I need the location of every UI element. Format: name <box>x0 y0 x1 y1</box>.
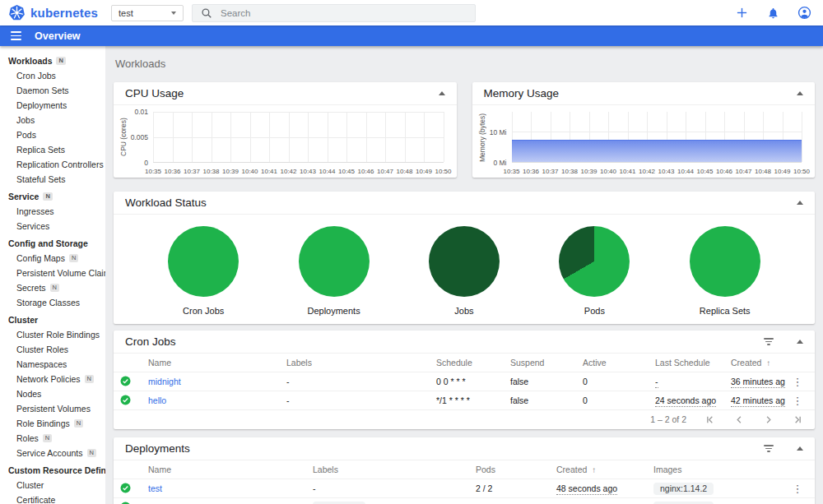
kebab-menu-icon[interactable]: ⋮ <box>792 483 803 495</box>
x-tick-label: 10:43 <box>658 168 674 175</box>
sidebar-item-config-maps[interactable]: Config MapsN <box>0 251 105 266</box>
pie-label: Cron Jobs <box>183 306 224 316</box>
sidebar-item-replica-sets[interactable]: Replica Sets <box>0 142 105 157</box>
column-header-pods[interactable]: Pods <box>469 460 550 479</box>
collapse-icon[interactable] <box>439 91 445 95</box>
cell-images: nginx:1.14.2 <box>647 479 785 498</box>
filter-icon[interactable] <box>762 336 775 347</box>
sidebar-item-nodes[interactable]: Nodes <box>0 386 105 401</box>
cell-schedule: */1 * * * * <box>430 391 504 410</box>
sidebar-item-cluster[interactable]: Cluster <box>0 478 105 492</box>
search-bar[interactable] <box>192 4 476 22</box>
sidebar-item-storage-classes[interactable]: Storage Classes <box>0 295 105 310</box>
sidebar-item-cron-jobs[interactable]: Cron Jobs <box>0 68 105 83</box>
column-header-labels[interactable]: Labels <box>306 460 469 479</box>
x-tick-label: 10:43 <box>300 168 316 175</box>
sidebar-item-cluster-role-bindings[interactable]: Cluster Role Bindings <box>0 327 105 342</box>
user-profile-button[interactable] <box>793 2 815 24</box>
memory-usage-card: Memory Usage Memory (bytes)0 Mi10 Mi10:3… <box>472 82 816 178</box>
pagination-range-label: 1 – 2 of 2 <box>650 414 686 424</box>
cell-suspend: false <box>504 391 576 410</box>
column-header-labels[interactable]: Labels <box>280 354 430 372</box>
sidebar-item-ingresses[interactable]: Ingresses <box>0 204 105 219</box>
sidebar-item-namespaces[interactable]: Namespaces <box>0 357 105 372</box>
sidebar-item-services[interactable]: Services <box>0 219 105 234</box>
deployments-card: Deployments NameLabelsPodsCreated↑Images… <box>114 437 815 504</box>
name-link[interactable]: midnight <box>148 377 181 386</box>
create-button[interactable] <box>731 2 752 24</box>
sidebar-item-deployments[interactable]: Deployments <box>0 98 105 113</box>
collapse-icon[interactable] <box>797 91 803 95</box>
column-header-last-schedule[interactable]: Last Schedule <box>649 354 724 372</box>
sidebar-item-daemon-sets[interactable]: Daemon Sets <box>0 83 105 98</box>
collapse-icon[interactable] <box>797 446 803 451</box>
collapse-icon[interactable] <box>797 201 803 205</box>
menu-icon[interactable] <box>11 31 21 39</box>
workload-status-jobs: Jobs <box>429 226 500 316</box>
sidebar-item-label: Service Accounts <box>16 448 83 458</box>
pie-chart-replica-sets <box>690 226 760 297</box>
y-tick-label: 0.005 <box>131 133 148 141</box>
namespaced-badge: N <box>43 434 52 442</box>
gridline-horizontal <box>153 137 444 138</box>
schedule-value: 0 0 * * * <box>436 377 466 386</box>
cell-created: 42 minutes ago <box>724 391 785 410</box>
sidebar-item-cluster[interactable]: Cluster <box>0 312 105 327</box>
sidebar-item-jobs[interactable]: Jobs <box>0 113 105 127</box>
next-page-button[interactable] <box>764 415 773 424</box>
kebab-menu-icon[interactable]: ⋮ <box>792 502 803 504</box>
column-header-images[interactable]: Images <box>647 460 785 479</box>
notifications-button[interactable] <box>762 2 783 24</box>
sidebar-item-roles[interactable]: RolesN <box>0 431 105 446</box>
name-link[interactable]: hello <box>148 395 166 405</box>
kubernetes-logo[interactable]: kubernetes <box>8 4 98 21</box>
first-page-button[interactable] <box>706 415 715 424</box>
sidebar-item-workloads[interactable]: WorkloadsN <box>0 53 105 68</box>
cell-last_schedule: - <box>649 372 724 391</box>
labels-value: - <box>313 483 316 493</box>
x-tick-label: 10:38 <box>202 168 219 175</box>
column-header-suspend[interactable]: Suspend <box>504 354 576 372</box>
sidebar-item-service-accounts[interactable]: Service AccountsN <box>0 446 105 460</box>
collapse-icon[interactable] <box>797 340 803 344</box>
check-circle-icon <box>120 485 131 495</box>
sidebar-item-persistent-volume-claims[interactable]: Persistent Volume ClaimsN <box>0 266 105 280</box>
x-tick-label: 10:50 <box>435 168 451 175</box>
column-header-created[interactable]: Created↑ <box>550 460 647 479</box>
check-circle-icon <box>120 397 131 407</box>
cell-last_schedule: 24 seconds ago <box>649 391 724 410</box>
last-page-button[interactable] <box>793 415 802 424</box>
sidebar-item-pods[interactable]: Pods <box>0 127 105 142</box>
column-header-name[interactable]: Name <box>142 354 280 372</box>
sidebar-item-persistent-volumes[interactable]: Persistent Volumes <box>0 401 105 416</box>
sidebar-item-replication-controllers[interactable]: Replication Controllers <box>0 157 105 172</box>
sidebar-item-label: Cluster <box>8 315 38 325</box>
cell-created: 48 seconds ago <box>550 479 647 498</box>
filter-icon[interactable] <box>762 443 775 454</box>
sidebar-item-stateful-sets[interactable]: Stateful Sets <box>0 172 105 187</box>
sidebar-item-config-and-storage[interactable]: Config and Storage <box>0 236 105 251</box>
cell-labels: app: nginx <box>306 498 469 504</box>
name-link[interactable]: test <box>148 483 162 493</box>
sidebar-item-network-policies[interactable]: Network PoliciesN <box>0 372 105 386</box>
sidebar-item-secrets[interactable]: SecretsN <box>0 280 105 295</box>
kebab-menu-icon[interactable]: ⋮ <box>792 376 803 388</box>
x-axis-ticks: 10:3510:3610:3710:3810:3910:4010:4110:42… <box>512 164 802 176</box>
sidebar-item-label: Cluster Role Bindings <box>16 330 100 340</box>
namespace-select[interactable]: test <box>111 5 184 21</box>
search-input[interactable] <box>221 8 467 18</box>
column-header-active[interactable]: Active <box>576 354 649 372</box>
x-tick-label: 10:42 <box>639 168 655 175</box>
sidebar-item-custom-resource-definitions[interactable]: Custom Resource Definitions <box>0 463 105 478</box>
sidebar-item-role-bindings[interactable]: Role BindingsN <box>0 416 105 431</box>
column-header-created[interactable]: Created↑ <box>724 354 785 372</box>
previous-page-button[interactable] <box>735 415 744 424</box>
sidebar-item-service[interactable]: ServiceN <box>0 189 105 204</box>
column-header-schedule[interactable]: Schedule <box>430 354 504 372</box>
app-bar: Overview <box>0 25 823 46</box>
sidebar-item-cluster-roles[interactable]: Cluster Roles <box>0 342 105 357</box>
column-header-name[interactable]: Name <box>142 460 306 479</box>
label-chip: app: nginx <box>313 502 365 504</box>
kebab-menu-icon[interactable]: ⋮ <box>792 395 803 407</box>
sidebar-item-certificate[interactable]: Certificate <box>0 492 105 504</box>
